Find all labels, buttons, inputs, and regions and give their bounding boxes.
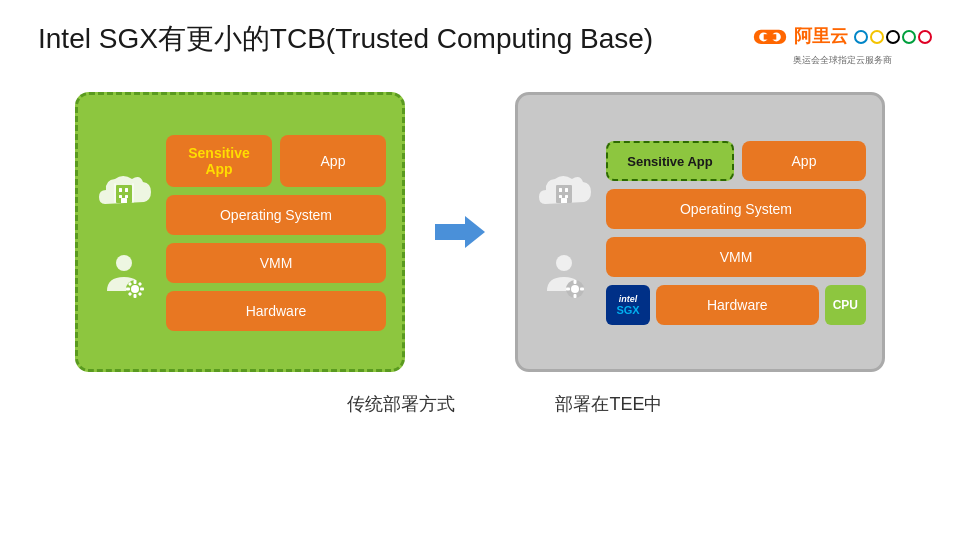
logo-subtitle: 奥运会全球指定云服务商 bbox=[793, 54, 892, 67]
cloud-icon-right bbox=[534, 168, 594, 218]
right-label: 部署在TEE中 bbox=[555, 392, 662, 416]
svg-point-12 bbox=[116, 255, 132, 271]
right-blocks-col: Sensitive App App Operating System VMM i… bbox=[606, 141, 866, 325]
direction-arrow bbox=[435, 214, 485, 250]
svg-point-32 bbox=[571, 285, 579, 293]
intel-sgx-badge: intel SGX bbox=[606, 285, 650, 325]
svg-rect-25 bbox=[559, 188, 562, 192]
svg-rect-28 bbox=[565, 195, 568, 198]
left-blocks-col: Sensitive App App Operating System VMM H… bbox=[166, 135, 386, 331]
aliyun-brand-text: 阿里云 bbox=[794, 24, 848, 48]
left-diagram: Sensitive App App Operating System VMM H… bbox=[75, 92, 405, 372]
svg-rect-29 bbox=[561, 198, 567, 203]
arrow-wrap bbox=[435, 214, 485, 250]
svg-rect-10 bbox=[114, 183, 116, 203]
left-vmm-block: VMM bbox=[166, 243, 386, 283]
right-os-block: Operating System bbox=[606, 189, 866, 229]
svg-rect-11 bbox=[132, 183, 134, 203]
ring-blue bbox=[854, 30, 868, 44]
olympics-rings bbox=[854, 30, 932, 44]
svg-rect-5 bbox=[119, 188, 122, 192]
left-top-row: Sensitive App App bbox=[166, 135, 386, 187]
svg-rect-18 bbox=[140, 287, 144, 290]
svg-marker-23 bbox=[435, 216, 485, 248]
sgx-text: SGX bbox=[616, 304, 639, 316]
svg-rect-17 bbox=[126, 287, 130, 290]
intel-text: intel bbox=[619, 295, 638, 304]
left-os-block: Operating System bbox=[166, 195, 386, 235]
cloud-icon-left bbox=[94, 168, 154, 218]
right-sensitive-app-block: Sensitive App bbox=[606, 141, 734, 181]
left-label: 传统部署方式 bbox=[347, 392, 455, 416]
svg-point-30 bbox=[556, 255, 572, 271]
right-hardware-block: Hardware bbox=[656, 285, 819, 325]
ring-black bbox=[886, 30, 900, 44]
labels-row: 传统部署方式 部署在TEE中 bbox=[0, 392, 960, 416]
page-title: Intel SGX有更小的TCB(Trusted Computing Base) bbox=[38, 22, 653, 56]
aliyun-icon bbox=[752, 22, 788, 50]
right-top-row: Sensitive App App bbox=[606, 141, 866, 181]
right-diagram: Sensitive App App Operating System VMM i… bbox=[515, 92, 885, 372]
svg-rect-7 bbox=[119, 195, 122, 198]
right-icons-col bbox=[534, 163, 594, 303]
svg-rect-15 bbox=[134, 280, 137, 284]
svg-rect-26 bbox=[565, 188, 568, 192]
svg-rect-33 bbox=[574, 280, 577, 284]
header: Intel SGX有更小的TCB(Trusted Computing Base)… bbox=[0, 0, 960, 67]
svg-rect-8 bbox=[125, 195, 128, 198]
svg-rect-35 bbox=[566, 287, 570, 290]
left-sensitive-app-block: Sensitive App bbox=[166, 135, 272, 187]
right-hardware-row: intel SGX Hardware CPU bbox=[606, 285, 866, 325]
svg-rect-6 bbox=[125, 188, 128, 192]
right-app-block: App bbox=[742, 141, 866, 181]
ring-red bbox=[918, 30, 932, 44]
left-icons-col bbox=[94, 163, 154, 303]
svg-rect-3 bbox=[764, 34, 777, 39]
svg-rect-27 bbox=[559, 195, 562, 198]
svg-point-14 bbox=[131, 285, 139, 293]
left-hardware-block: Hardware bbox=[166, 291, 386, 331]
person-icon-right bbox=[534, 248, 594, 303]
logo-area: 阿里云 奥运会全球指定云服务商 bbox=[752, 22, 932, 67]
right-vmm-block: VMM bbox=[606, 237, 866, 277]
ring-yellow bbox=[870, 30, 884, 44]
svg-rect-34 bbox=[574, 294, 577, 298]
main-content: Sensitive App App Operating System VMM H… bbox=[0, 72, 960, 382]
cpu-badge: CPU bbox=[825, 285, 866, 325]
person-icon-left bbox=[94, 248, 154, 303]
ring-green bbox=[902, 30, 916, 44]
aliyun-logo: 阿里云 bbox=[752, 22, 932, 50]
svg-rect-36 bbox=[580, 287, 584, 290]
svg-rect-9 bbox=[121, 198, 127, 203]
left-app-block: App bbox=[280, 135, 386, 187]
svg-rect-16 bbox=[134, 294, 137, 298]
